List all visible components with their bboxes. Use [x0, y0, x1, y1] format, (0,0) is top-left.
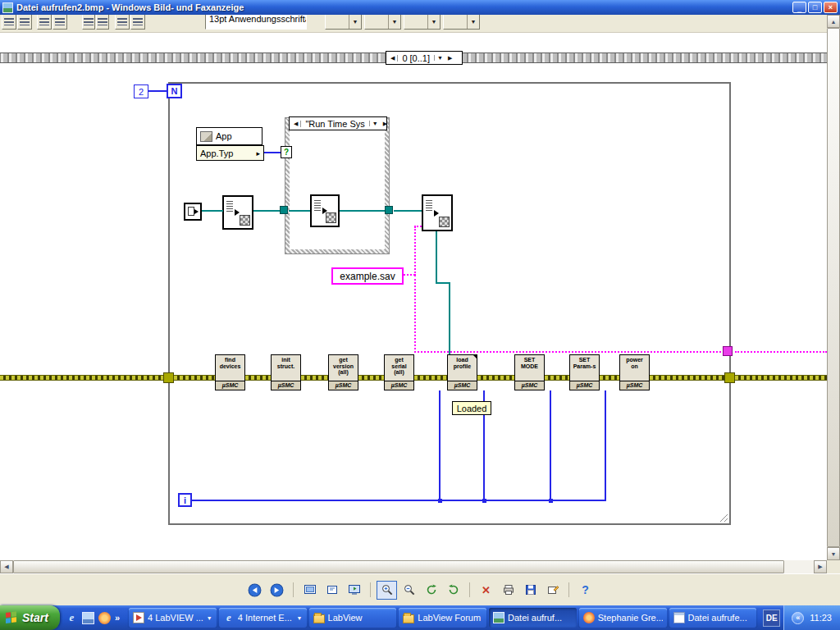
best-fit-icon: [304, 583, 317, 596]
rotate-counterclockwise-button[interactable]: [421, 581, 441, 600]
subvi-set-params: SET Param-s µSMC: [569, 354, 600, 390]
viewer-toolbar: ✕ ?: [0, 573, 840, 605]
zoom-in-button[interactable]: [377, 581, 397, 600]
wire-refnum: [436, 231, 437, 284]
task-button-label: LabView Forum: [418, 613, 482, 623]
wire-error: [301, 375, 328, 381]
task-button-labview-folder[interactable]: LabView: [309, 608, 397, 628]
sequence-next-icon: ▶: [445, 55, 454, 62]
group-arrow-icon: ▼: [297, 615, 303, 621]
lv-toolbar-button: [52, 15, 67, 30]
zoom-out-button[interactable]: [399, 581, 419, 600]
case-structure-border: [285, 117, 390, 254]
property-node-label: App.Typ: [200, 148, 233, 158]
subvi-label: SET Param-s: [570, 355, 599, 369]
language-indicator[interactable]: DE: [763, 609, 780, 627]
zoom-out-icon: [403, 583, 416, 596]
toolbar-separator: [568, 582, 569, 597]
scroll-left-button[interactable]: ◀: [0, 560, 13, 573]
subvi-init-struct: init struct. µSMC: [271, 354, 301, 390]
rotate-clockwise-icon: [447, 583, 460, 596]
edit-image-button[interactable]: [542, 581, 563, 600]
subvi-label: init struct.: [272, 355, 300, 369]
task-button-label: 4 LabVIEW ...: [148, 613, 203, 623]
slideshow-icon: [348, 583, 361, 596]
lv-resize-dropdown: ▼: [404, 15, 441, 30]
task-button-labview-group[interactable]: 4 LabVIEW ... ▼: [129, 608, 217, 628]
titlebar[interactable]: Datei aufrufen2.bmp - Windows Bild- und …: [0, 0, 840, 15]
numeric-constant: 2: [134, 84, 148, 98]
show-desktop-icon[interactable]: [82, 612, 94, 624]
scroll-up-button[interactable]: ▲: [827, 15, 840, 28]
wire-refnum: [253, 210, 280, 212]
sequence-selector: ◀ 0 [0..1] ▼ ▶: [386, 51, 463, 65]
wire-string: [414, 351, 724, 353]
copy-to-button[interactable]: [520, 581, 541, 600]
best-fit-button[interactable]: [299, 581, 320, 600]
start-button[interactable]: Start: [0, 605, 60, 630]
subvi-label: SET MODE: [515, 355, 544, 369]
vertical-scroll-thumb[interactable]: [827, 28, 840, 547]
maximize-icon: □: [813, 4, 817, 11]
quick-launch: e »: [60, 612, 126, 624]
subvi-sublabel: µSMC: [570, 381, 599, 390]
case-selector: ◀ "Run Time Sys ▼ ▶: [289, 116, 387, 130]
picture-viewer-icon: [2, 2, 13, 13]
close-button[interactable]: ×: [824, 2, 838, 13]
scroll-down-icon: ▼: [831, 551, 837, 557]
actual-size-button[interactable]: [322, 581, 342, 600]
wire-error: [414, 375, 447, 381]
subvi-load-profile: load profile µSMC: [447, 354, 477, 390]
task-button-labview-forum-folder[interactable]: LabView Forum: [399, 608, 486, 628]
minimize-button[interactable]: _: [792, 2, 806, 13]
subvi-sublabel: µSMC: [272, 381, 300, 390]
task-button-stephanie[interactable]: Stephanie Gre...: [579, 608, 667, 628]
slideshow-button[interactable]: [344, 581, 364, 600]
previous-image-icon: [248, 583, 262, 597]
print-button[interactable]: [498, 581, 518, 600]
dropdown-arrow-icon: ▼: [467, 15, 479, 29]
help-button[interactable]: ?: [575, 581, 596, 600]
internet-explorer-icon: e: [223, 612, 235, 623]
subvi-icon: [422, 194, 453, 231]
next-image-button[interactable]: [267, 581, 287, 600]
subvi-sublabel: µSMC: [329, 381, 358, 390]
loop-tunnel-error-left: [163, 372, 174, 383]
lv-font-selector: 13pt Anwendungsschriftart: [205, 15, 307, 30]
case-next-icon: ▶: [381, 121, 390, 127]
horizontal-scroll-thumb[interactable]: [13, 560, 784, 573]
labview-icon: [133, 612, 144, 623]
app-reference-icon: [200, 131, 212, 142]
lv-toolbar-button: [115, 15, 130, 30]
maximize-button[interactable]: □: [808, 2, 822, 13]
quick-launch-overflow-button[interactable]: »: [115, 613, 120, 623]
wire-string: [414, 226, 416, 276]
scroll-right-button[interactable]: ▶: [814, 560, 827, 573]
wire-int: [605, 390, 606, 501]
lv-toolbar-button: [82, 15, 95, 30]
print-icon: [502, 583, 515, 596]
toolbar-separator: [293, 582, 294, 597]
task-button-picture-viewer-active[interactable]: Datei aufruf...: [489, 608, 577, 628]
previous-image-button[interactable]: [244, 581, 265, 600]
subvi-set-mode: SET MODE µSMC: [514, 354, 545, 390]
toolbar-separator: [370, 582, 371, 597]
scroll-down-button[interactable]: ▼: [827, 547, 840, 560]
rotate-clockwise-button[interactable]: [443, 581, 463, 600]
horizontal-scrollbar[interactable]: ◀ ▶: [0, 560, 827, 573]
tray-expand-button[interactable]: «: [792, 612, 804, 624]
internet-explorer-icon[interactable]: e: [66, 612, 78, 624]
taskbar: Start e » 4 LabVIEW ... ▼ e 4 Internet E…: [0, 605, 840, 630]
scroll-up-icon: ▲: [831, 19, 837, 25]
subvi-get-serial: get serial (all) µSMC: [384, 354, 414, 390]
sequence-prev-icon: ◀: [388, 55, 398, 62]
vertical-scrollbar[interactable]: ▲ ▼: [827, 15, 840, 560]
task-button-internet-explorer-group[interactable]: e 4 Internet E... ▼: [219, 608, 307, 628]
window-title: Datei aufrufen2.bmp - Windows Bild- und …: [16, 2, 791, 12]
delete-button[interactable]: ✕: [476, 581, 496, 600]
screen: Datei aufrufen2.bmp - Windows Bild- und …: [0, 0, 840, 630]
case-prev-icon: ◀: [291, 121, 301, 127]
picture-viewer-icon: [493, 612, 504, 623]
task-button-datei-aufrufen-document[interactable]: Datei aufrufe...: [669, 608, 757, 628]
media-player-icon[interactable]: [98, 612, 111, 624]
